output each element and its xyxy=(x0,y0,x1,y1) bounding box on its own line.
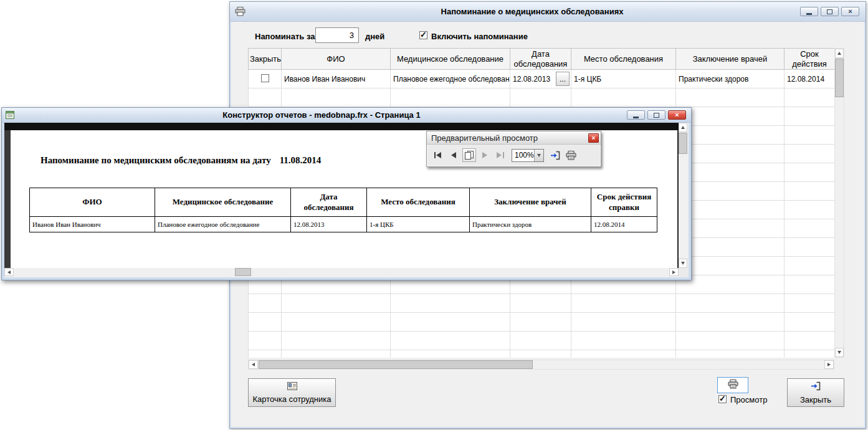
col-header-close[interactable]: Закрыть xyxy=(249,49,282,70)
employee-card-button[interactable]: Карточка сотрудника xyxy=(248,378,336,407)
empty-cell xyxy=(510,88,571,107)
empty-cell xyxy=(510,294,571,313)
zoom-dropdown-button[interactable] xyxy=(534,150,543,161)
remind-days-input[interactable] xyxy=(315,27,359,43)
col-header-validity[interactable]: Срок действия xyxy=(785,49,835,70)
rep-col-examination: Медицинское обследование xyxy=(155,188,291,217)
col-header-date[interactable]: Дата обследования xyxy=(510,49,571,70)
arrow-down-icon xyxy=(837,351,841,354)
minimize-icon xyxy=(806,13,812,15)
col-header-place[interactable]: Место обследования xyxy=(571,49,676,70)
rep-cell-fio: Иванов Иван Иванович xyxy=(30,217,155,232)
scroll-right-button[interactable] xyxy=(824,360,834,369)
report-table-row: Иванов Иван Иванович Плановое ежегодное … xyxy=(30,217,657,232)
minimize-button[interactable] xyxy=(800,7,818,16)
maximize-button[interactable] xyxy=(821,7,839,16)
scroll-left-button[interactable] xyxy=(249,360,258,369)
report-date: 11.08.2014 xyxy=(280,155,322,165)
report-app-icon xyxy=(6,111,14,119)
copy-page-button[interactable] xyxy=(462,148,476,162)
date-picker-button[interactable]: ... xyxy=(556,72,570,86)
last-page-button[interactable] xyxy=(494,148,507,162)
close-button[interactable]: × xyxy=(668,110,686,120)
table-row[interactable]: Иванов Иван Иванович Плановое ежегодное … xyxy=(249,70,835,88)
printer-icon xyxy=(235,7,246,16)
printer-icon xyxy=(728,380,738,391)
export-close-button[interactable] xyxy=(548,148,562,162)
empty-cell xyxy=(249,332,282,350)
printer-icon xyxy=(566,151,576,160)
empty-cell xyxy=(676,126,785,145)
row-close-cell xyxy=(249,70,282,88)
examinations-table-header: Закрыть ФИО Медицинское обследование Дат… xyxy=(249,49,835,70)
scroll-down-button[interactable] xyxy=(679,259,687,268)
empty-cell xyxy=(282,313,391,332)
rep-col-conclusion: Заключение врачей xyxy=(470,188,591,217)
employee-card-label: Карточка сотрудника xyxy=(252,394,331,404)
preview-vertical-scrollbar[interactable] xyxy=(679,123,689,268)
reminder-window-title: Напоминание о медицинских обследованиях xyxy=(267,7,797,16)
empty-cell xyxy=(282,294,391,313)
employee-card-icon xyxy=(287,382,297,392)
rep-cell-validity: 12.08.2014 xyxy=(591,217,657,232)
remind-for-label: Напоминать за xyxy=(255,32,315,41)
grid-vertical-scrollbar[interactable] xyxy=(834,48,844,358)
copy-pages-icon xyxy=(465,151,474,160)
preview-toolbar-title: Предварительный просмотр xyxy=(427,133,538,143)
previous-page-button[interactable] xyxy=(447,148,460,162)
empty-cell xyxy=(391,332,510,350)
scroll-down-button[interactable] xyxy=(835,348,844,357)
row-place-cell: 1-я ЦКБ xyxy=(571,70,676,88)
col-header-conclusion[interactable]: Заключение врачей xyxy=(676,49,785,70)
arrow-down-icon xyxy=(681,262,685,265)
empty-cell xyxy=(676,182,785,201)
zoom-select[interactable]: 100% xyxy=(512,149,544,162)
preview-horizontal-scrollbar[interactable] xyxy=(4,268,679,277)
empty-cell xyxy=(510,332,571,350)
empty-cell xyxy=(676,88,785,107)
col-header-examination[interactable]: Медицинское обследование xyxy=(391,49,510,70)
preview-checkbox[interactable] xyxy=(718,395,727,403)
empty-cell xyxy=(785,107,835,126)
empty-cell xyxy=(785,88,835,107)
toolbar-close-button[interactable]: × xyxy=(588,133,599,143)
close-button[interactable]: × xyxy=(841,7,859,16)
close-button-label: Закрыть xyxy=(800,395,831,404)
close-window-button[interactable]: Закрыть xyxy=(787,378,844,407)
preview-toolbar-window: Предварительный просмотр × 100% xyxy=(426,131,601,167)
vertical-scrollbar-thumb[interactable] xyxy=(835,59,844,97)
empty-cell xyxy=(785,238,835,257)
first-page-button[interactable] xyxy=(431,148,445,162)
minimize-button[interactable] xyxy=(627,110,645,120)
empty-row xyxy=(249,313,835,332)
scroll-up-button[interactable] xyxy=(679,123,687,132)
print-button[interactable] xyxy=(717,377,748,393)
empty-cell xyxy=(391,350,510,358)
empty-cell xyxy=(571,88,676,107)
empty-cell xyxy=(571,332,676,350)
previous-page-icon xyxy=(451,152,456,158)
col-header-fio[interactable]: ФИО xyxy=(282,49,391,70)
minimize-icon xyxy=(633,117,639,118)
empty-cell xyxy=(785,313,835,332)
maximize-button[interactable] xyxy=(647,110,665,120)
vertical-scrollbar-thumb[interactable] xyxy=(679,133,687,154)
next-page-button[interactable] xyxy=(478,148,492,162)
empty-cell xyxy=(391,313,510,332)
scroll-right-button[interactable] xyxy=(669,268,679,276)
rep-cell-place: 1-я ЦКБ xyxy=(367,217,470,232)
empty-cell xyxy=(785,257,835,275)
empty-cell xyxy=(676,294,785,313)
rep-col-validity: Срок действия справки xyxy=(591,188,657,217)
row-close-checkbox[interactable] xyxy=(261,74,269,82)
arrow-left-icon xyxy=(252,363,255,366)
horizontal-scrollbar-thumb[interactable] xyxy=(235,268,251,276)
row-examination-cell: Плановое ежегодное обследование xyxy=(391,70,510,88)
scroll-up-button[interactable] xyxy=(835,49,844,58)
enable-reminder-checkbox[interactable] xyxy=(419,31,427,39)
row-date-cell: 12.08.2013 ... xyxy=(510,70,571,88)
grid-horizontal-scrollbar[interactable] xyxy=(248,360,834,370)
horizontal-scrollbar-thumb[interactable] xyxy=(259,360,533,369)
toolbar-print-button[interactable] xyxy=(564,148,578,162)
scroll-left-button[interactable] xyxy=(4,268,14,276)
